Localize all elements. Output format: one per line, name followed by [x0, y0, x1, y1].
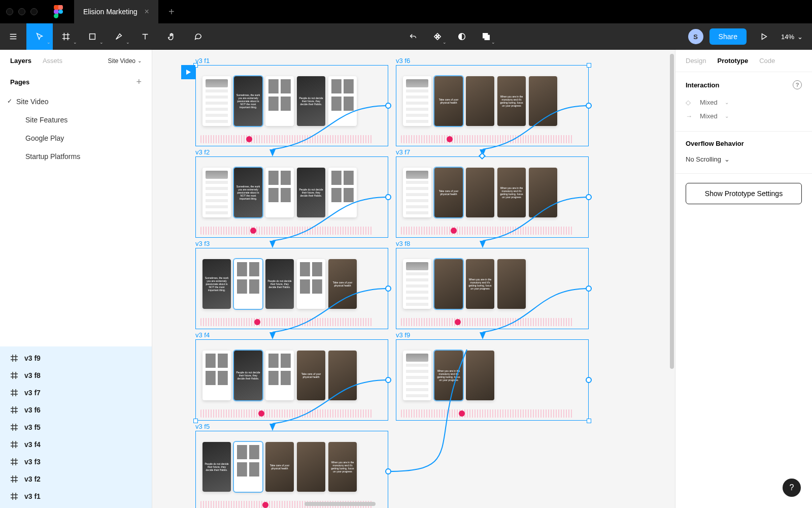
file-tab[interactable]: Elision Marketing × — [74, 0, 158, 23]
selection-handle[interactable] — [587, 419, 591, 423]
prototype-start-badge[interactable] — [181, 65, 195, 79]
canvas[interactable]: v3 f1Sometimes, the work you are extreme… — [152, 50, 675, 508]
frame-label[interactable]: v3 f6 — [396, 57, 410, 65]
frame-label[interactable]: v3 f7 — [396, 148, 410, 156]
layer-item[interactable]: v3 f2 — [0, 470, 152, 488]
layer-item[interactable]: v3 f7 — [0, 384, 152, 401]
undo-icon[interactable] — [402, 23, 424, 50]
canvas-card — [265, 76, 294, 126]
layers-tab[interactable]: Layers — [10, 57, 31, 65]
selection-handle[interactable] — [587, 63, 591, 68]
pages-heading: Pages — [10, 78, 29, 86]
canvas-card: Sometimes, the work you are extremely pa… — [234, 76, 262, 126]
traffic-min[interactable] — [18, 8, 25, 15]
mask-tool[interactable] — [451, 23, 473, 50]
overflow-heading: Overflow Behavior — [686, 140, 744, 147]
traffic-close[interactable] — [6, 8, 13, 15]
layer-item[interactable]: v3 f5 — [0, 419, 152, 436]
horizontal-scrollbar[interactable] — [304, 502, 376, 506]
window-controls[interactable] — [6, 8, 38, 15]
boolean-tool[interactable]: ⌄ — [475, 23, 497, 50]
close-tab-icon[interactable]: × — [145, 7, 149, 16]
text-tool[interactable] — [132, 23, 158, 50]
layer-item[interactable]: v3 f8 — [0, 367, 152, 384]
zoom-value: 14% — [781, 33, 794, 41]
action-arrow-icon: → — [686, 112, 694, 120]
prototype-node[interactable] — [385, 194, 391, 200]
canvas-card — [234, 442, 262, 492]
canvas-card: Sometimes, the work you are extremely pa… — [202, 259, 231, 309]
timeline-strip — [200, 227, 373, 235]
canvas-card: When you are in the monotony and it's ge… — [466, 259, 494, 309]
prototype-node[interactable] — [385, 103, 391, 109]
prototype-node[interactable] — [385, 285, 391, 292]
hand-tool[interactable] — [158, 23, 185, 50]
right-panel: Design Prototype Code Interaction ? ◇ Mi… — [675, 50, 812, 508]
canvas-card — [434, 259, 463, 309]
move-tool[interactable]: ⌄ — [26, 23, 53, 50]
help-icon[interactable]: ? — [793, 80, 802, 89]
canvas-card: When you are in the monotony and it's ge… — [434, 351, 463, 400]
prototype-node[interactable] — [385, 377, 391, 383]
canvas-card: People do not decide their future, they … — [234, 351, 262, 400]
overflow-value[interactable]: No Scrolling ⌄ — [686, 153, 802, 165]
frame-label[interactable]: v3 f9 — [396, 331, 410, 339]
layer-item[interactable]: v3 f6 — [0, 401, 152, 419]
new-tab-button[interactable]: + — [158, 6, 185, 18]
design-tab[interactable]: Design — [686, 57, 706, 65]
canvas-card — [297, 259, 325, 309]
page-item[interactable]: Startup Platforms — [0, 147, 152, 166]
add-page-button[interactable]: + — [136, 77, 142, 87]
frame-icon — [10, 458, 18, 466]
page-selector[interactable]: Site Video ⌄ — [108, 57, 142, 65]
pen-tool[interactable]: ⌄ — [106, 23, 132, 50]
traffic-max[interactable] — [30, 8, 38, 15]
assets-tab[interactable]: Assets — [43, 57, 62, 65]
frame-icon — [10, 492, 18, 500]
share-button[interactable]: Share — [709, 28, 747, 45]
frame-icon — [10, 354, 18, 362]
page-item[interactable]: Google Play — [0, 129, 152, 147]
component-tool[interactable]: ⌄ — [426, 23, 449, 50]
comment-tool[interactable] — [185, 23, 211, 50]
frame-icon — [10, 423, 18, 431]
prototype-node[interactable] — [586, 103, 592, 109]
canvas-card: When you are in the monotony and it's ge… — [497, 76, 526, 126]
layer-item[interactable]: v3 f9 — [0, 350, 152, 367]
layer-item[interactable]: v3 f4 — [0, 436, 152, 453]
prototype-node[interactable] — [586, 285, 592, 292]
shape-tool[interactable]: ⌄ — [79, 23, 106, 50]
frame-label[interactable]: v3 f8 — [396, 240, 410, 247]
help-fab[interactable]: ? — [783, 479, 801, 497]
layer-item[interactable]: v3 f1 — [0, 488, 152, 505]
code-tab[interactable]: Code — [759, 57, 775, 65]
frame-label[interactable]: v3 f4 — [195, 331, 210, 339]
canvas-card — [403, 259, 431, 309]
chevron-down-icon: ⌄ — [797, 33, 803, 41]
show-prototype-settings-button[interactable]: Show Prototype Settings — [686, 183, 802, 204]
layer-item[interactable]: v3 f3 — [0, 453, 152, 470]
page-item[interactable]: Site Features — [0, 111, 152, 129]
page-item[interactable]: Site Video — [0, 92, 152, 111]
zoom-control[interactable]: 14% ⌄ — [781, 33, 803, 41]
present-button[interactable] — [753, 23, 775, 50]
prototype-node[interactable] — [586, 194, 592, 200]
frame-tool[interactable]: ⌄ — [53, 23, 79, 50]
canvas-card: People do not decide their future, they … — [202, 442, 231, 492]
selection-handle[interactable] — [193, 419, 198, 423]
frame-label[interactable]: v3 f3 — [195, 240, 210, 247]
prototype-tab[interactable]: Prototype — [717, 57, 748, 65]
interaction-action-row[interactable]: → Mixed ⌄ — [686, 109, 802, 123]
frame-label[interactable]: v3 f5 — [195, 423, 210, 430]
user-avatar[interactable]: S — [688, 29, 703, 44]
prototype-node[interactable] — [586, 377, 592, 383]
canvas-card: People do not decide their future, they … — [297, 76, 325, 126]
frame-label[interactable]: v3 f2 — [195, 148, 210, 156]
vertical-scrollbar[interactable] — [670, 54, 674, 369]
interaction-trigger-row[interactable]: ◇ Mixed ⌄ — [686, 96, 802, 109]
prototype-node[interactable] — [385, 468, 391, 474]
figma-logo-icon[interactable] — [54, 5, 63, 18]
frame-icon — [10, 440, 18, 449]
chevron-down-icon: ⌄ — [724, 155, 730, 163]
main-menu-button[interactable] — [0, 23, 26, 50]
